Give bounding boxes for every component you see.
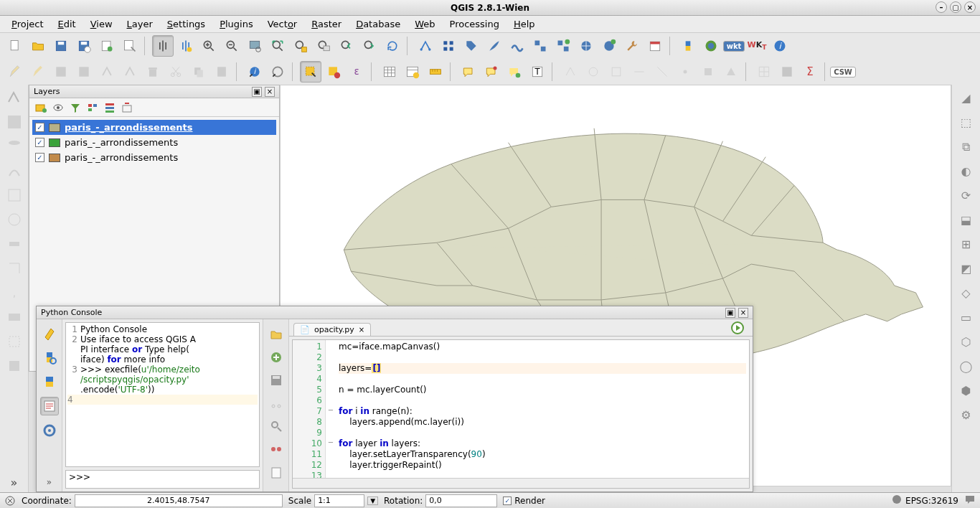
right-tool-1[interactable]: ◢ <box>956 88 976 108</box>
add-wfs-icon[interactable] <box>4 258 24 278</box>
save-file-icon[interactable] <box>268 372 284 388</box>
select-expr-button[interactable] <box>323 61 344 83</box>
node-edit-button[interactable] <box>119 61 141 83</box>
menu-help[interactable]: Help <box>508 17 541 31</box>
identify-button[interactable]: i <box>244 61 265 83</box>
window-maximize-button[interactable]: ▢ <box>950 1 961 13</box>
editor-tab[interactable]: 📄 opacity.py × <box>293 323 371 336</box>
zoom-out-button[interactable] <box>221 35 242 57</box>
zoom-last-button[interactable] <box>336 35 357 57</box>
adv-digitize-4[interactable] <box>628 61 650 83</box>
menu-edit[interactable]: Edit <box>52 17 82 31</box>
composer-manager-button[interactable] <box>119 35 141 57</box>
new-layer-icon[interactable] <box>4 356 24 376</box>
menu-settings[interactable]: Settings <box>161 17 211 31</box>
paste-button[interactable] <box>211 61 232 83</box>
right-tool-11[interactable]: ⬡ <box>956 331 976 352</box>
add-wms-icon[interactable] <box>4 210 24 230</box>
window-minimize-button[interactable]: – <box>936 1 947 13</box>
editor-scrollbar[interactable] <box>293 478 749 488</box>
object-inspector-icon[interactable] <box>268 464 284 480</box>
zoom-in-button[interactable] <box>198 35 220 57</box>
new-composer-button[interactable] <box>96 35 118 57</box>
rotation-input[interactable] <box>425 494 497 507</box>
new-tab-icon[interactable] <box>268 349 284 365</box>
menu-project[interactable]: Project <box>6 17 50 31</box>
add-group-icon[interactable] <box>34 100 48 115</box>
layer-checkbox[interactable]: ✓ <box>35 138 44 147</box>
globe-button[interactable] <box>575 35 597 57</box>
open-project-button[interactable] <box>27 35 49 57</box>
select-rect-button[interactable] <box>300 61 321 83</box>
menu-layer[interactable]: Layer <box>121 17 159 31</box>
snap-options-button[interactable] <box>776 61 798 83</box>
grid-tool-button[interactable] <box>438 35 459 57</box>
text-annotation-button[interactable]: T <box>527 61 548 83</box>
adv-digitize-7[interactable] <box>697 61 719 83</box>
csw-button[interactable]: CSW <box>832 61 854 83</box>
window-close-button[interactable]: × <box>964 1 976 13</box>
wrench-button[interactable] <box>621 35 643 57</box>
scale-input[interactable] <box>314 494 364 507</box>
menu-web[interactable]: Web <box>409 17 440 31</box>
zoom-selection-button[interactable] <box>290 35 311 57</box>
code-editor[interactable]: 12345678910111213 −− mc=iface.mapCanvas(… <box>292 339 750 489</box>
right-tool-2[interactable]: ⬚ <box>956 112 976 132</box>
cut-icon[interactable] <box>268 395 284 411</box>
add-mssql-icon[interactable] <box>4 185 24 205</box>
add-vector-icon[interactable] <box>4 88 24 108</box>
bookmark-button[interactable] <box>481 61 502 83</box>
right-tool-8[interactable]: ◩ <box>956 258 976 278</box>
right-tool-12[interactable]: ◯ <box>956 356 976 376</box>
python-console-dock-button[interactable]: ▣ <box>725 308 735 318</box>
manage-visibility-icon[interactable] <box>51 100 65 115</box>
deselect-button[interactable]: ε <box>346 61 367 83</box>
field-calc-button[interactable] <box>402 61 423 83</box>
cut-button[interactable] <box>165 61 187 83</box>
add-feature-button[interactable] <box>73 61 95 83</box>
adv-digitize-2[interactable] <box>583 61 604 83</box>
save-as-button[interactable] <box>73 35 95 57</box>
crs-label[interactable]: EPSG:32619 <box>905 496 958 506</box>
add-wcs-icon[interactable] <box>4 234 24 254</box>
wkt2-button[interactable]: WKT <box>746 35 768 57</box>
menu-raster[interactable]: Raster <box>306 17 347 31</box>
osm-button[interactable] <box>700 35 722 57</box>
right-tool-5[interactable]: ⟳ <box>956 185 976 205</box>
globe-add-button[interactable] <box>598 35 620 57</box>
settings-icon[interactable] <box>40 421 59 440</box>
node-tool-button[interactable] <box>415 35 436 57</box>
filter-legend-icon[interactable] <box>68 100 83 115</box>
copy-button[interactable] <box>188 61 209 83</box>
right-tool-10[interactable]: ▭ <box>956 307 976 327</box>
crs-icon[interactable] <box>891 494 903 507</box>
right-tool-9[interactable]: ◇ <box>956 283 976 303</box>
open-file-icon[interactable] <box>268 326 284 342</box>
layer-row[interactable]: ✓ paris_-_arrondissements <box>32 120 276 135</box>
tag-tool-button[interactable] <box>461 35 482 57</box>
adv-digitize-8[interactable] <box>720 61 742 83</box>
menu-processing[interactable]: Processing <box>444 17 505 31</box>
new-project-button[interactable] <box>4 35 26 57</box>
render-checkbox[interactable]: ✓ <box>503 497 512 505</box>
right-tool-7[interactable]: ⊞ <box>956 234 976 254</box>
save-edits-button[interactable] <box>50 61 72 83</box>
grid-snap-button[interactable] <box>753 61 775 83</box>
menu-view[interactable]: View <box>85 17 118 31</box>
squares-add-button[interactable] <box>552 35 574 57</box>
zoom-layer-button[interactable] <box>313 35 334 57</box>
feather-button[interactable] <box>484 35 505 57</box>
show-editor-icon[interactable] <box>40 397 59 415</box>
adv-digitize-6[interactable] <box>674 61 696 83</box>
python-button[interactable] <box>677 35 699 57</box>
pan-to-selection-button[interactable] <box>175 35 197 57</box>
move-feature-button[interactable] <box>96 61 118 83</box>
right-tool-13[interactable]: ⬢ <box>956 380 976 400</box>
add-delimited-icon[interactable]: , <box>4 283 24 303</box>
menu-vector[interactable]: Vector <box>262 17 303 31</box>
add-postgis-icon[interactable] <box>4 136 24 156</box>
menu-plugins[interactable]: Plugins <box>214 17 259 31</box>
pan-button[interactable] <box>152 35 174 57</box>
zoom-next-button[interactable] <box>359 35 380 57</box>
new-shapefile-icon[interactable] <box>4 331 24 352</box>
